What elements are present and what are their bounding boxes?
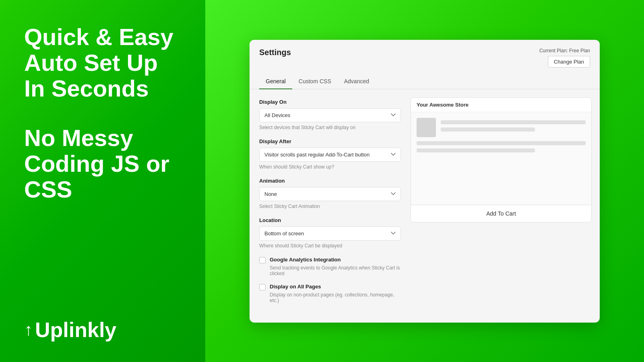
- location-section: Location Bottom of screen Where should S…: [259, 217, 401, 249]
- preview-product-row: [417, 118, 586, 137]
- display-after-section: Display After Visitor scrolls past regul…: [259, 138, 401, 170]
- right-panel: Settings Current Plan: Free Plan Change …: [205, 0, 644, 362]
- settings-form: Display On All Devices Select devices th…: [250, 89, 411, 323]
- preview-line-2: [441, 128, 535, 132]
- add-to-cart-label: Add To Cart: [486, 210, 516, 217]
- preview-store-name: Your Awesome Store: [411, 98, 591, 112]
- settings-window: Settings Current Plan: Free Plan Change …: [250, 40, 600, 323]
- location-label: Location: [259, 217, 401, 223]
- preview-panel: Your Awesome Store: [411, 89, 600, 323]
- left-panel: Quick & EasyAuto Set UpIn Seconds No Mes…: [0, 0, 205, 362]
- change-plan-button[interactable]: Change Plan: [548, 56, 590, 68]
- display-after-hint: When should Sticky Cart show up?: [259, 164, 401, 170]
- brand-arrow-icon: ↑: [24, 320, 33, 339]
- tab-general[interactable]: General: [259, 74, 292, 89]
- animation-section: Animation None Select Sticky Cart Animat…: [259, 178, 401, 209]
- preview-product-image: [417, 118, 436, 137]
- preview-block-line-1: [417, 141, 586, 145]
- tab-custom-css[interactable]: Custom CSS: [292, 74, 338, 89]
- preview-container: Your Awesome Store: [411, 97, 592, 222]
- current-plan-label: Current Plan: Free Plan: [539, 48, 590, 53]
- location-select[interactable]: Bottom of screen: [259, 226, 401, 241]
- settings-title: Settings: [259, 48, 291, 57]
- display-after-select[interactable]: Visitor scrolls past regular Add-To-Cart…: [259, 148, 401, 162]
- preview-line-1: [441, 120, 586, 124]
- preview-block: [417, 141, 586, 152]
- display-after-label: Display After: [259, 138, 401, 144]
- tab-advanced[interactable]: Advanced: [338, 74, 376, 89]
- settings-body: Display On All Devices Select devices th…: [250, 89, 600, 323]
- display-all-pages-section: Display on All Pages Display on non-prod…: [259, 284, 401, 303]
- preview-footer: Add To Cart: [411, 205, 591, 222]
- animation-label: Animation: [259, 178, 401, 184]
- display-all-pages-label: Display on All Pages: [270, 284, 321, 290]
- display-all-pages-row: Display on All Pages: [259, 284, 401, 290]
- brand-name: Uplinkly: [35, 318, 116, 342]
- display-on-hint: Select devices that Sticky Cart will dis…: [259, 125, 401, 130]
- google-analytics-label: Google Analytics Integration: [270, 257, 341, 263]
- plan-info: Current Plan: Free Plan Change Plan: [539, 48, 590, 68]
- animation-select[interactable]: None: [259, 187, 401, 201]
- google-analytics-checkbox[interactable]: [259, 257, 266, 263]
- google-analytics-row: Google Analytics Integration: [259, 257, 401, 263]
- preview-body: [411, 112, 591, 205]
- animation-hint: Select Sticky Cart Animation: [259, 204, 401, 209]
- headline-2: No MessyCoding JS orCSS: [24, 125, 185, 202]
- tabs-bar: General Custom CSS Advanced: [250, 68, 600, 89]
- google-analytics-description: Send tracking events to Google Analytics…: [270, 265, 401, 276]
- display-all-pages-description: Display on non-product pages (eg. collec…: [270, 292, 401, 303]
- preview-block-line-2: [417, 148, 535, 152]
- display-on-select[interactable]: All Devices: [259, 108, 401, 122]
- settings-header: Settings Current Plan: Free Plan Change …: [250, 40, 600, 68]
- display-on-label: Display On: [259, 99, 401, 105]
- location-hint: Where should Sticky Cart be displayed: [259, 243, 401, 249]
- brand-logo: ↑ Uplinkly: [24, 318, 185, 342]
- preview-product-lines: [441, 118, 586, 132]
- display-on-section: Display On All Devices Select devices th…: [259, 99, 401, 130]
- display-all-pages-checkbox[interactable]: [259, 284, 266, 290]
- headline-1: Quick & EasyAuto Set UpIn Seconds: [24, 24, 185, 101]
- google-analytics-section: Google Analytics Integration Send tracki…: [259, 257, 401, 276]
